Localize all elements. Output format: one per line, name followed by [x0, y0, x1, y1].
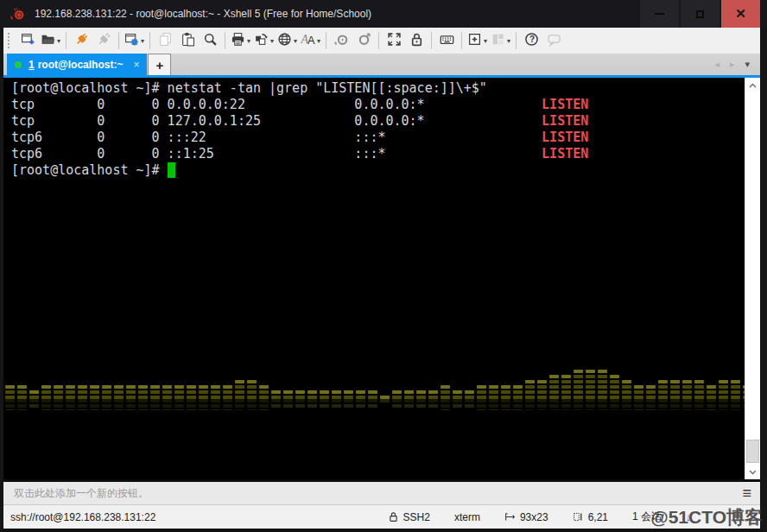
close-button[interactable]: ✕ — [721, 0, 760, 28]
quick-bar-hint: 双击此处添加一个新的按钮。 — [3, 486, 149, 501]
web-browser-dropdown-icon[interactable]: ▾ — [294, 37, 297, 45]
scroll-down-button[interactable] — [745, 465, 760, 479]
equalizer-bar — [259, 399, 269, 410]
color-scheme-dropdown-icon[interactable]: ▾ — [270, 37, 274, 45]
equalizer-bar — [719, 399, 728, 410]
equalizer-bar — [29, 389, 39, 399]
vertical-scrollbar[interactable] — [745, 78, 760, 479]
open-session-dropdown-icon[interactable]: ▾ — [57, 37, 60, 45]
new-session-icon — [21, 32, 35, 50]
maximize-button[interactable] — [681, 0, 719, 28]
equalizer-bar — [150, 399, 160, 410]
equalizer-bar — [441, 399, 450, 410]
virtual-keyboard-icon — [440, 32, 454, 50]
toolbar-print-button[interactable]: ▾ — [229, 30, 252, 51]
equalizer-bar — [416, 399, 426, 409]
close-icon: ✕ — [735, 6, 746, 22]
lock-screen-icon — [409, 32, 424, 50]
equalizer-bar — [187, 399, 196, 410]
equalizer-bar — [682, 378, 692, 399]
next-tab-icon[interactable]: ▸ — [730, 59, 735, 70]
toolbar-open-session-button[interactable]: ▾ — [39, 30, 62, 51]
quick-bar-menu-icon[interactable]: ≡ — [742, 485, 760, 501]
equalizer-bar — [102, 383, 111, 399]
toolbar-new-session-button[interactable] — [16, 30, 39, 51]
equalizer-bar — [453, 389, 462, 399]
connection-url: ssh://root@192.168.238.131:22 — [10, 511, 155, 523]
equalizer-bar — [477, 383, 486, 399]
toolbar-color-scheme-button[interactable]: ▾ — [252, 30, 276, 51]
reconnect-icon — [74, 32, 89, 50]
toolbar-font-button[interactable]: AA▾ — [299, 30, 322, 51]
equalizer-bar — [501, 399, 510, 410]
equalizer-bar — [174, 399, 184, 410]
equalizer-bar — [5, 399, 15, 410]
terminal-line: tcp 0 0 0.0.0.0:22 0.0.0.0:* LISTEN — [11, 97, 588, 113]
tab-list-dropdown-icon[interactable]: ▾ — [745, 59, 750, 70]
tab-close-icon[interactable]: × — [133, 59, 139, 71]
toolbar-separator — [516, 32, 517, 49]
equalizer-bar — [561, 399, 571, 410]
equalizer-bar — [320, 389, 329, 399]
equalizer-bar — [235, 399, 244, 410]
toolbar-virtual-keyboard-button[interactable] — [435, 30, 458, 51]
toolbar-find-button[interactable] — [199, 30, 221, 51]
window-title: 192.168.238.131:22 - root@localhost:~ - … — [35, 8, 371, 20]
new-terminal-dropdown-icon[interactable]: ▾ — [484, 37, 487, 45]
equalizer-bar — [404, 399, 414, 409]
feedback-icon — [547, 32, 561, 50]
find-icon — [203, 32, 218, 50]
cursor-position: 6,21 — [573, 511, 608, 523]
toolbar-full-screen-button[interactable] — [383, 30, 405, 51]
equalizer-bar — [344, 389, 353, 399]
equalizer-bar — [670, 378, 680, 399]
session-properties-dropdown-icon[interactable]: ▾ — [141, 37, 144, 45]
tile-windows-dropdown-icon[interactable]: ▾ — [507, 37, 510, 45]
equalizer-bar — [29, 399, 39, 409]
terminal-area[interactable]: [root@localhost ~]# netstat -tan |grep "… — [3, 78, 760, 479]
toolbar-grip[interactable] — [8, 33, 11, 48]
toolbar-separator — [326, 32, 326, 49]
toolbar-xftp-button[interactable] — [352, 30, 375, 51]
equalizer-bar — [332, 399, 341, 409]
font-icon: AA — [301, 32, 315, 50]
toolbar-help-button[interactable]: ? — [520, 30, 542, 51]
equalizer-bar — [646, 383, 656, 399]
toolbar-lock-screen-button[interactable] — [405, 30, 428, 51]
terminal-type: xterm — [454, 511, 480, 523]
equalizer-bar — [235, 378, 244, 399]
tab-root-localhost[interactable]: 1root@localhost:~ × — [7, 54, 147, 75]
equalizer-bar — [150, 383, 160, 399]
equalizer-bar — [731, 378, 740, 399]
svg-text:A: A — [307, 34, 315, 47]
equalizer-bar — [307, 389, 317, 399]
quick-button-bar[interactable]: 双击此处添加一个新的按钮。 ≡ — [3, 479, 760, 504]
prev-tab-icon[interactable]: ◂ — [714, 59, 719, 70]
new-tab-button[interactable]: + — [148, 54, 171, 75]
print-dropdown-icon[interactable]: ▾ — [247, 37, 250, 45]
toolbar-new-terminal-button[interactable]: ▾ — [466, 30, 489, 51]
terminal-line: [root@localhost ~]# netstat -tan |grep "… — [11, 80, 588, 97]
equalizer-bar — [513, 383, 523, 399]
scrollbar-track[interactable] — [745, 92, 760, 465]
equalizer-bar — [525, 399, 535, 410]
terminal-cursor — [168, 162, 175, 178]
equalizer-bar — [598, 368, 607, 399]
equalizer-bar — [586, 368, 595, 399]
toolbar-session-properties-button[interactable]: ▾ — [123, 30, 146, 51]
toolbar-web-browser-button[interactable]: ▾ — [276, 30, 299, 51]
minimize-button[interactable] — [640, 0, 679, 28]
equalizer-bar — [537, 399, 547, 410]
background-equalizer-reflection — [5, 399, 760, 410]
toolbar-reconnect-button[interactable] — [70, 30, 92, 51]
equalizer-bar — [320, 399, 329, 409]
font-dropdown-icon[interactable]: ▾ — [317, 37, 320, 45]
equalizer-bar — [78, 383, 87, 399]
equalizer-bar — [694, 399, 704, 410]
equalizer-bar — [477, 399, 486, 410]
toolbar-xshell-button[interactable] — [330, 30, 352, 51]
equalizer-bar — [247, 399, 257, 410]
toolbar-paste-button[interactable] — [176, 30, 199, 51]
scrollbar-thumb[interactable] — [746, 440, 759, 463]
scroll-up-button[interactable] — [745, 78, 760, 92]
